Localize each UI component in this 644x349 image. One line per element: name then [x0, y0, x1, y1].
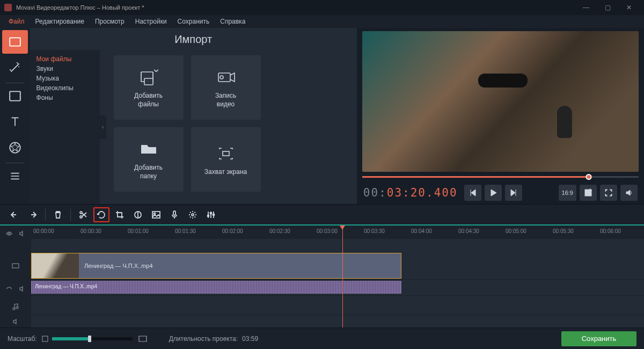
tile-label: Добавить файлы [134, 92, 163, 108]
left-rail [0, 28, 30, 204]
volume-button[interactable] [620, 185, 638, 201]
source-backgrounds[interactable]: Фоны [30, 93, 100, 103]
svg-rect-0 [10, 38, 20, 46]
window-title: Movavi Видеоредактор Плюс – Новый проект… [16, 4, 144, 11]
split-button[interactable] [75, 207, 91, 222]
clip-name: Ленинград — Ч.П.Х..mp4 [84, 263, 153, 269]
preview-controls: 00:03:20.400 16:9 [362, 181, 639, 204]
playhead[interactable] [342, 226, 343, 328]
import-heading: Импорт [30, 33, 357, 46]
svg-point-19 [9, 232, 10, 234]
rail-stickers[interactable] [2, 136, 28, 159]
music-track[interactable] [31, 296, 644, 315]
svg-point-21 [13, 308, 15, 310]
clip-name: Ленинград — Ч.П.Х..mp4 [35, 283, 97, 289]
video-track-head[interactable] [0, 251, 31, 281]
undo-button[interactable] [6, 207, 23, 222]
svg-point-22 [16, 307, 18, 309]
menu-settings[interactable]: Настройки [130, 16, 172, 27]
clip-thumbnail [32, 253, 79, 278]
preview-decoration [557, 106, 572, 138]
save-button[interactable]: Сохранить [561, 331, 636, 346]
time-ruler[interactable]: 00:00:00 00:00:30 00:01:00 00:01:30 00:0… [31, 226, 644, 239]
zoom-fit-icon[interactable] [138, 335, 148, 343]
menu-view[interactable]: Просмотр [90, 16, 130, 27]
camera-icon [215, 66, 237, 89]
video-track[interactable]: Ленинград — Ч.П.Х..mp4 [31, 250, 644, 280]
timecode: 00:03:20.400 [363, 186, 458, 199]
svg-point-15 [192, 214, 194, 216]
folder-add-icon [138, 138, 159, 161]
preview-panel: 00:03:20.400 16:9 [357, 28, 644, 204]
source-videoclips[interactable]: Видеоклипы [30, 83, 100, 93]
tile-record-video[interactable]: Запись видео [191, 55, 261, 120]
svg-rect-7 [223, 151, 229, 156]
rotate-button[interactable] [93, 207, 109, 222]
import-panel: Импорт Мои файлы Звуки Музыка Видеоклипы… [30, 28, 357, 204]
menu-file[interactable]: Файл [3, 16, 30, 27]
close-button[interactable]: ✕ [618, 0, 640, 15]
svg-point-17 [210, 212, 212, 214]
next-frame-button[interactable] [505, 185, 522, 201]
menu-help[interactable]: Справка [215, 16, 251, 27]
rail-filters[interactable] [2, 84, 28, 108]
color-button[interactable] [130, 207, 146, 222]
svg-rect-23 [42, 336, 48, 341]
rail-list[interactable] [2, 164, 28, 188]
image-button[interactable] [148, 207, 164, 222]
mic-button[interactable] [166, 207, 182, 222]
svg-rect-20 [12, 264, 19, 268]
audio-track-head[interactable] [0, 281, 31, 297]
zoom-label: Масштаб: [8, 335, 37, 343]
minimize-button[interactable]: — [575, 0, 597, 15]
menubar: Файл Редактирование Просмотр Настройки С… [0, 15, 644, 28]
source-list: Мои файлы Звуки Музыка Видеоклипы Фоны [30, 50, 100, 204]
aspect-ratio-button[interactable]: 16:9 [559, 185, 576, 201]
collapse-sources[interactable]: ‹ [100, 115, 106, 139]
tile-add-files[interactable]: Добавить файлы [114, 55, 184, 120]
popout-button[interactable] [580, 185, 597, 201]
redo-button[interactable] [25, 207, 41, 222]
menu-edit[interactable]: Редактирование [30, 16, 90, 27]
source-my-files[interactable]: Мои файлы [30, 54, 100, 64]
preview-progressbar[interactable] [362, 172, 639, 181]
source-sounds[interactable]: Звуки [30, 64, 100, 74]
timeline-body[interactable]: 00:00:00 00:00:30 00:01:00 00:01:30 00:0… [31, 226, 644, 328]
zoom-slider[interactable] [52, 337, 133, 340]
rail-titles[interactable] [2, 110, 28, 134]
duration-label: Длительность проекта: [169, 335, 238, 343]
rail-magic[interactable] [2, 56, 28, 79]
svg-rect-1 [10, 91, 20, 100]
svg-point-9 [80, 212, 82, 214]
music-track-volume[interactable] [0, 316, 31, 327]
audio-track[interactable]: Ленинград — Ч.П.Х..mp4 [31, 280, 644, 296]
delete-button[interactable] [50, 207, 66, 222]
equalizer-button[interactable] [203, 207, 219, 222]
ruler-head [0, 227, 31, 240]
tile-label: Запись видео [215, 92, 236, 108]
svg-rect-14 [173, 211, 175, 215]
titlebar: Movavi Видеоредактор Плюс – Новый проект… [0, 0, 644, 15]
music-track-head[interactable] [0, 297, 31, 316]
timeline: 00:00:00 00:00:30 00:01:00 00:01:30 00:0… [0, 224, 644, 328]
tile-screen-capture[interactable]: Захват экрана [191, 127, 261, 192]
play-button[interactable] [485, 185, 502, 201]
menu-save[interactable]: Сохранить [172, 16, 215, 27]
capture-icon [215, 142, 237, 165]
settings-button[interactable] [185, 207, 201, 222]
tile-label: Добавить папку [134, 164, 163, 180]
tile-label: Захват экрана [204, 168, 247, 177]
video-clip[interactable]: Ленинград — Ч.П.Х..mp4 [31, 253, 401, 279]
media-add-icon [138, 66, 159, 89]
crop-button[interactable] [112, 207, 128, 222]
maximize-button[interactable]: ▢ [597, 0, 618, 15]
tile-add-folder[interactable]: Добавить папку [114, 127, 184, 192]
zoom-out-icon[interactable] [41, 335, 49, 343]
audio-clip[interactable]: Ленинград — Ч.П.Х..mp4 [31, 281, 401, 294]
source-music[interactable]: Музыка [30, 74, 100, 83]
prev-frame-button[interactable] [464, 185, 481, 201]
svg-point-18 [213, 214, 215, 215]
fullscreen-button[interactable] [600, 185, 617, 201]
rail-import[interactable] [2, 30, 28, 54]
video-preview[interactable] [362, 31, 639, 172]
